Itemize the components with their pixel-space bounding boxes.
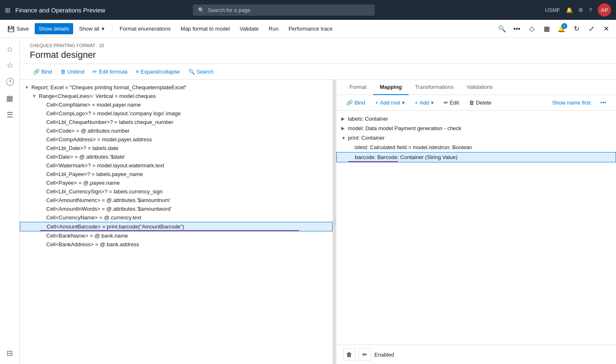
tree-item-currency-name[interactable]: Cell<CurrencyName> = @.currency.text [20, 213, 333, 222]
tree-item-amount-numeric[interactable]: Cell<AmountNumeric> = @.attributes.'$amo… [20, 196, 333, 205]
tree-item-lbl-payee[interactable]: Cell<Lbl_Payee>? = labels.payee_name [20, 170, 333, 178]
tree-item-lbl-cheque[interactable]: Cell<Lbl_ChequeNumber>? = labels.cheque_… [20, 118, 333, 126]
mapping-item-model[interactable]: ▶ model: Data model Payment generation -… [336, 124, 616, 133]
tree-item-amount-barcode[interactable]: Cell<AmountBarcode> = print.barcode("Amo… [20, 222, 333, 231]
tree-item-report[interactable]: ▼ Report: Excel = "Cheques printing form… [20, 83, 333, 92]
expand-labels-icon[interactable]: ▶ [341, 116, 348, 121]
help-icon[interactable]: ? [589, 7, 592, 13]
app-title: Finance and Operations Preview [15, 7, 105, 14]
global-search-input[interactable] [208, 7, 370, 13]
tree-item-payee[interactable]: Cell<Payee> = @.payee.name [20, 178, 333, 187]
show-details-button[interactable]: Show details [35, 23, 74, 34]
mapping-more-button[interactable]: ••• [597, 98, 609, 108]
tree-item-code[interactable]: Cell<Code> = @.attributes.number [20, 126, 333, 135]
map-format-button[interactable]: Map format to model [176, 23, 234, 34]
tree-item-complogo[interactable]: Cell<CompLogo>? = model.layout.'company … [20, 109, 333, 118]
app-grid-icon[interactable]: ⊞ [5, 6, 10, 14]
breadcrumb: CHEQUES PRINTING FORMAT : 10 [30, 43, 606, 48]
tree-item-compname[interactable]: Cell<CompName> = model.payer.name [20, 100, 333, 109]
settings-icon[interactable]: ⚙ [578, 7, 583, 13]
format-toolbar: 🔗 Bind 🗑 Unbind ✏ Edit formula ≡ Expand/… [20, 64, 616, 80]
split-panes: ▼ Report: Excel = "Cheques printing form… [20, 80, 616, 364]
add-root-chevron: ▾ [402, 100, 405, 106]
bind-button[interactable]: 🔗 Bind [30, 67, 55, 77]
sidebar-filter-icon[interactable]: ⊟ [2, 346, 17, 361]
sidebar-star-icon[interactable]: ☆ [2, 58, 17, 73]
mapping-bind-button[interactable]: 🔗 Bind [343, 98, 369, 108]
tree-item-bank-address[interactable]: Cell<BankAddress> = @.bank.address [20, 240, 333, 249]
tabs-bar: Format Mapping Transformations Validatio… [336, 80, 616, 95]
expand-button[interactable]: ⤢ [585, 22, 598, 36]
format-tree: ▼ Report: Excel = "Cheques printing form… [20, 80, 333, 252]
tree-item-date[interactable]: Cell<Date> = @.attributes.'$date' [20, 152, 333, 161]
add-root-button[interactable]: + Add root ▾ [372, 98, 408, 108]
show-all-button[interactable]: Show all ▾ [75, 23, 108, 34]
top-right-icons: USMF 🔔 ⚙ ? AP [545, 3, 611, 17]
tab-validations[interactable]: Validations [460, 80, 499, 95]
refresh-button[interactable]: ↻ [570, 22, 583, 36]
edit-bottom-button[interactable]: ✏ [359, 348, 371, 361]
mapping-edit-button[interactable]: ✏ Edit [440, 98, 462, 108]
sidebar: ⌂ ☆ 🕐 ▦ ☰ ⊟ [0, 38, 20, 364]
sidebar-home-icon[interactable]: ⌂ [2, 41, 17, 56]
command-bar: 💾 Save Show details Show all ▾ Format en… [0, 20, 616, 38]
add-icon: + [415, 100, 418, 106]
delete-icon: 🗑 [469, 100, 474, 106]
separator-1 [112, 25, 112, 33]
columns-icon-button[interactable]: ▦ [540, 22, 553, 36]
run-button[interactable]: Run [264, 23, 283, 34]
sidebar-calendar-icon[interactable]: ▦ [2, 91, 17, 106]
add-root-icon: + [375, 100, 378, 106]
add-button[interactable]: + Add ▾ [411, 98, 437, 108]
unbind-button[interactable]: 🗑 Unbind [57, 67, 88, 77]
edit-formula-button[interactable]: ✏ Edit formula [89, 67, 131, 77]
sidebar-list-icon[interactable]: ☰ [2, 107, 17, 122]
performance-trace-button[interactable]: Performance trace [284, 23, 337, 34]
mapping-toolbar: 🔗 Bind + Add root ▾ + Add ▾ ✏ [336, 95, 616, 111]
validate-button[interactable]: Validate [235, 23, 263, 34]
expand-collapse-button[interactable]: ≡ Expand/collapse [133, 67, 183, 77]
tab-transformations[interactable]: Transformations [409, 80, 460, 95]
usmf-label: USMF [545, 7, 560, 13]
format-enumerations-button[interactable]: Format enumerations [116, 23, 175, 34]
tree-item-bank-name[interactable]: Cell<BankName> = @.bank.name [20, 231, 333, 240]
content-area: CHEQUES PRINTING FORMAT : 10 Format desi… [20, 38, 616, 364]
expand-model-icon[interactable]: ▶ [341, 126, 348, 131]
save-button[interactable]: 💾 Save [3, 23, 33, 35]
mapping-item-barcode[interactable]: barcode: Barcode: Container (String Valu… [336, 152, 616, 162]
tree-item-lbl-currency[interactable]: Cell<Lbl_CurrencySign>? = labels.currenc… [20, 187, 333, 196]
mapping-item-labels[interactable]: ▶ labels: Container [336, 114, 616, 124]
bind-icon: 🔗 [33, 69, 40, 75]
status-label: Enabled [374, 352, 394, 358]
badge-button[interactable]: 🔔0 [555, 22, 568, 36]
mapping-tree: ▶ labels: Container ▶ model: Data model … [336, 111, 616, 345]
close-button[interactable]: ✕ [599, 22, 613, 36]
more-button[interactable]: ••• [510, 22, 523, 36]
notification-icon[interactable]: 🔔 [566, 7, 573, 13]
search-format-button[interactable]: 🔍 Search [185, 67, 217, 77]
sidebar-recent-icon[interactable]: 🕐 [2, 74, 17, 89]
diamond-icon-button[interactable]: ◇ [525, 22, 538, 36]
tree-item-range[interactable]: ▼ Range<ChequeLines>: Vertical = model.c… [20, 92, 333, 100]
unbind-icon: 🗑 [60, 69, 66, 75]
page-header: CHEQUES PRINTING FORMAT : 10 Format desi… [20, 38, 616, 64]
tree-item-watermark[interactable]: Cell<Watermark>? = model.layout.watermar… [20, 161, 333, 170]
show-name-first-button[interactable]: Show name first [549, 98, 594, 108]
format-tree-pane: ▼ Report: Excel = "Cheques printing form… [20, 80, 334, 364]
expand-print-icon[interactable]: ▼ [341, 136, 348, 140]
delete-bottom-button[interactable]: 🗑 [343, 348, 355, 361]
delete-button[interactable]: 🗑 Delete [466, 98, 495, 108]
user-avatar[interactable]: AP [598, 3, 611, 17]
top-navigation: ⊞ Finance and Operations Preview 🔍 USMF … [0, 0, 616, 20]
tree-item-amount-words[interactable]: Cell<AmountInWords> = @.attributes.'$amo… [20, 205, 333, 213]
tree-item-lbl-date[interactable]: Cell<Lbl_Date>? = labels.date [20, 144, 333, 152]
collapse-range-icon[interactable]: ▼ [32, 94, 39, 98]
tree-item-comp-addr[interactable]: Cell<CompAddress> = model.payer.address [20, 135, 333, 144]
search-cmd-button[interactable]: 🔍 [495, 22, 509, 36]
tab-format[interactable]: Format [343, 80, 373, 95]
mapping-item-print[interactable]: ▼ print: Container [336, 133, 616, 143]
collapse-report-icon[interactable]: ▼ [25, 85, 31, 90]
bottom-status-bar: 🗑 ✏ Enabled [336, 345, 616, 364]
mapping-item-istest[interactable]: istest: Calculated field = model.istestr… [336, 143, 616, 152]
tab-mapping[interactable]: Mapping [373, 80, 408, 95]
